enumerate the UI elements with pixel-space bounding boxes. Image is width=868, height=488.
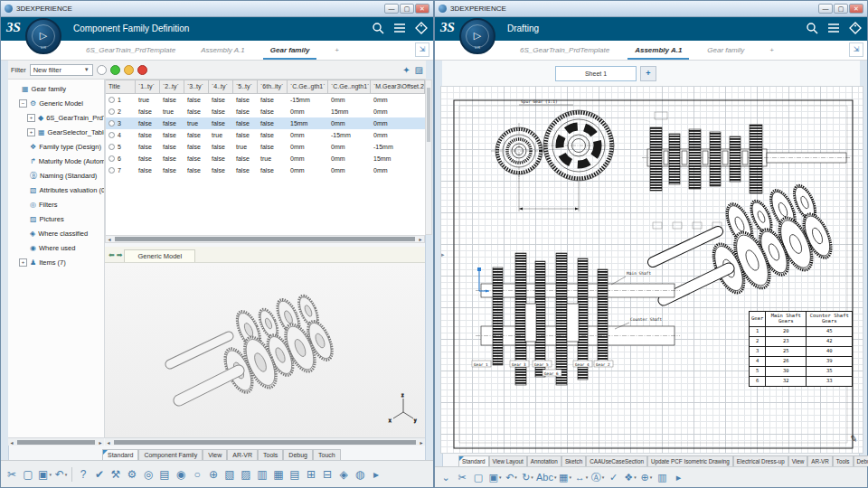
update-icon[interactable]: ↻▾ [520,469,535,485]
document-tab[interactable]: Assembly A.1 [622,41,694,60]
search-icon[interactable] [372,22,384,34]
3dexperience-compass[interactable]: ▷ V.R [25,18,61,54]
tab-scroll-left-icon[interactable]: ⬅ [108,251,115,259]
row-radio[interactable] [108,97,115,103]
wand-icon[interactable]: ✦ [402,65,410,75]
workbench-tab[interactable]: View [788,455,808,466]
workbench-tab[interactable]: Debug [854,455,868,466]
workbench-tab[interactable]: View [203,449,227,460]
3d-viewer[interactable]: z x y [105,263,425,438]
table-row[interactable]: 3 false false true false false false 15m… [106,117,425,129]
minimize-button[interactable]: — [818,4,833,14]
overflow-arrow-icon[interactable]: ▸ [671,469,686,485]
undo-icon[interactable]: ↶▾ [53,465,69,483]
workbench-tab[interactable]: Standard [102,449,138,460]
cube-search-icon[interactable]: ◈ [336,465,352,483]
validate-icon[interactable]: ✔ [92,465,108,483]
filter-select[interactable]: New filter ▼ [30,64,93,76]
col-4[interactable]: `4..ty` [209,80,233,94]
workbench-tab[interactable]: AR-VR [227,449,258,460]
sheet-tab[interactable]: Sheet 1 [555,66,637,81]
tree-item[interactable]: − ⚙ Generic Model [8,96,104,110]
drawing-canvas[interactable]: Spur Gear (1:1) [440,86,863,454]
col-1[interactable]: `1..ty` [136,80,160,94]
doc-tool-icon[interactable]: ▥ [255,465,270,483]
document-tab[interactable]: 6S_GearTrain_PrdTemplate [507,41,622,60]
menu-icon[interactable] [393,22,406,34]
document-tab[interactable]: Gear family [258,41,323,60]
row-radio[interactable] [108,120,115,127]
lock-icon[interactable]: ◉ [174,465,189,483]
tag-icon[interactable] [849,22,862,34]
document-tab[interactable]: + [322,41,352,60]
col-2[interactable]: `2..ty` [160,80,184,94]
scroll-left-icon[interactable]: ◂ [105,439,112,446]
collapse-chevron-icon[interactable]: ⌄ [439,469,454,485]
table-row[interactable]: 7 false false false false false false 0m… [106,164,425,176]
workbench-tab[interactable]: View Layout [489,455,527,466]
row-radio[interactable] [108,155,115,162]
unlock-icon[interactable]: ○ [190,465,205,483]
add-item-icon[interactable]: ⊕ [206,465,222,483]
table-horizontal-scrollbar[interactable]: ◂ ▸ [105,235,425,243]
tree-expander[interactable]: − [19,99,27,108]
workbench-tab[interactable]: Sketch [561,455,586,466]
cut-icon[interactable]: ✂ [455,469,470,485]
image-icon[interactable]: ▨ [239,465,254,483]
table-row[interactable]: 5 false false false false true false 0mm… [106,141,425,153]
image-edit-icon[interactable]: ▧ [222,465,238,483]
edit-item-icon[interactable]: ⚙ [125,465,140,483]
dimension-icon[interactable]: ↔▾ [573,469,589,485]
workbench-tab[interactable]: AR-VR [807,455,833,466]
add-tool-icon[interactable]: ⊞ [304,465,319,483]
workbench-tab[interactable]: Electrical Dress-up [733,455,788,466]
overflow-arrow-icon[interactable]: ▸ [369,465,384,483]
scroll-right-icon[interactable]: ▸ [418,439,425,446]
section-view-icon[interactable]: ❖▾ [622,469,637,485]
tree-item[interactable]: ↱ Maturity Mode (Autom [8,154,104,168]
workbench-tab[interactable]: Tools [258,449,283,460]
row-radio[interactable] [108,108,115,115]
workbench-tab[interactable]: Debug [283,449,313,460]
tree-item[interactable]: Ⓑ Naming (Standard) [8,168,104,183]
table-vertical-scrollbar[interactable] [425,80,432,235]
workbench-tab[interactable]: Standard [458,455,489,466]
workbench-tab[interactable]: Touch [313,449,341,460]
copy-icon[interactable]: ▢ [471,469,486,485]
table-row[interactable]: 2 false true false false false false 0mm… [106,106,425,117]
tree-item[interactable]: + ♟ Items (7) [8,255,104,269]
workbench-tab[interactable]: Update PCF Isometric Drawing [647,455,733,466]
paste-icon[interactable]: ▣▾ [487,469,503,485]
panel-expander-icon[interactable]: ▸ [441,251,445,258]
tree-item[interactable]: ▧ Attributes valuation (0) [8,183,104,197]
document-tab[interactable]: + [757,41,787,60]
table-row[interactable]: 6 false false false false false true 0mm… [106,153,425,164]
workbench-tab[interactable]: Annotation [527,455,561,466]
filter-state-none-button[interactable] [97,65,107,75]
tree-item[interactable]: + ◆ 6S_GearTrain_PrdTe [8,110,104,125]
scroll-right-icon[interactable]: ▸ [417,236,424,242]
tree-item[interactable]: ▦ Gear family [8,81,104,96]
col-8[interactable]: `C.Ge..ngth1` [328,80,371,94]
row-radio[interactable] [108,144,115,150]
maximize-button[interactable]: ▢ [400,4,414,14]
paste-icon[interactable]: ▣▾ [37,465,52,483]
text-leader-icon[interactable]: Ⓐ▾ [590,469,605,485]
close-button[interactable]: ✕ [415,4,429,14]
os-titlebar[interactable]: 3DEXPERIENCE — ▢ ✕ [1,1,433,17]
workbench-tab[interactable]: Tools [833,455,854,466]
tree-horizontal-scrollbar[interactable]: ◂ ▸ [8,437,104,446]
tree-item[interactable]: ◉ Where used [8,240,104,255]
search-item-icon[interactable]: ◎ [141,465,156,483]
col-9[interactable]: `M.Gear3\Offset.2\... [371,80,425,94]
document-tab[interactable]: 6S_GearTrain_PrdTemplate [73,41,188,60]
insert-item-icon[interactable]: ⚒ [108,465,124,483]
scroll-left-icon[interactable]: ◂ [8,439,15,446]
menu-icon[interactable] [827,22,840,34]
document-tab[interactable]: Gear family [694,41,757,60]
scroll-left-icon[interactable]: ◂ [106,236,113,242]
undo-icon[interactable]: ↶▾ [504,469,519,485]
document-tab[interactable]: Assembly A.1 [188,41,258,60]
col-6[interactable]: `6th..ity` [258,80,288,94]
close-button[interactable]: ✕ [849,4,863,14]
